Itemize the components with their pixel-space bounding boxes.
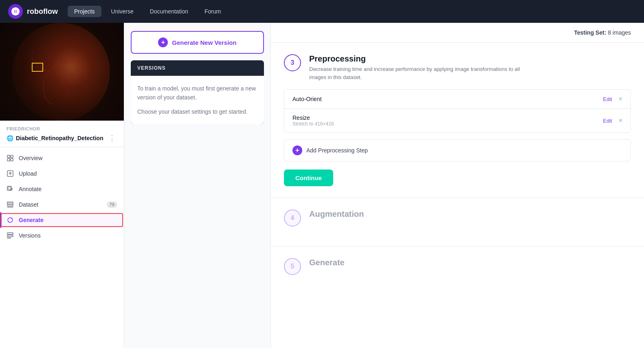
add-preprocessing-step-btn[interactable]: + Add Preprocessing Step (284, 139, 631, 161)
step-5-number: 5 (291, 263, 295, 270)
sidebar-item-dataset[interactable]: Dataset 79 (0, 197, 124, 212)
testing-set-value: 8 images (608, 29, 631, 36)
annotate-icon (7, 185, 14, 193)
roboflow-logo (8, 4, 23, 19)
project-thumbnail (0, 23, 124, 121)
project-info: FRIEDRICHOR 🌐 Diabetic_Retinopathy_Detec… (0, 121, 124, 147)
svg-rect-7 (8, 187, 11, 189)
resize-edit-btn[interactable]: Edit (603, 118, 612, 124)
section-preprocessing: 3 Preprocessing Decrease training time a… (271, 43, 644, 198)
more-menu-btn[interactable]: ⋮ (107, 133, 117, 143)
top-nav: roboflow Projects Universe Documentation… (0, 0, 644, 23)
resize-remove-btn[interactable]: × (619, 117, 622, 124)
globe-icon: 🌐 (7, 135, 13, 141)
versions-body: To train a model, you must first generat… (131, 76, 264, 124)
upload-icon (7, 170, 14, 177)
generate-step-title: Generate (309, 258, 345, 267)
nav-documentation[interactable]: Documentation (143, 6, 195, 17)
resize-name: Resize (292, 115, 603, 121)
step-3-circle: 3 (284, 54, 301, 71)
auto-orient-remove-btn[interactable]: × (619, 95, 622, 103)
svg-rect-13 (7, 235, 13, 237)
resize-sub: Stretch to 416×416 (292, 121, 603, 127)
sidebar-item-upload[interactable]: Upload (0, 166, 124, 181)
preprocessing-title: Preprocessing (309, 54, 537, 64)
section-generate: 5 Generate (271, 247, 644, 295)
logo-area: roboflow (8, 4, 58, 19)
annotate-label: Annotate (19, 186, 42, 192)
dataset-badge: 79 (107, 201, 117, 208)
svg-rect-3 (7, 159, 10, 161)
sidebar: FRIEDRICHOR 🌐 Diabetic_Retinopathy_Detec… (0, 23, 124, 348)
step-4-circle: 4 (284, 209, 301, 227)
preproc-auto-orient: Auto-Orient Edit × (284, 90, 631, 108)
nav-universe[interactable]: Universe (105, 6, 140, 17)
upload-label: Upload (19, 170, 37, 177)
svg-rect-14 (7, 238, 11, 238)
versions-label: Versions (19, 232, 41, 239)
nav-projects[interactable]: Projects (68, 6, 101, 17)
generate-btn-label: Generate New Version (172, 39, 236, 46)
dataset-icon (7, 201, 14, 208)
step-4-number: 4 (291, 214, 295, 222)
svg-rect-2 (11, 155, 13, 158)
versions-header: VERSIONS (131, 60, 264, 76)
versions-icon (7, 232, 14, 239)
versions-body-line1: To train a model, you must first generat… (137, 84, 257, 102)
augmentation-title: Augmentation (309, 209, 364, 219)
versions-card: VERSIONS To train a model, you must firs… (131, 60, 264, 124)
svg-rect-9 (7, 202, 13, 203)
plus-icon: + (158, 37, 168, 47)
generate-label: Generate (19, 217, 44, 223)
auto-orient-edit-btn[interactable]: Edit (603, 96, 612, 102)
add-step-plus-icon: + (292, 145, 302, 155)
preproc-resize: Resize Stretch to 416×416 Edit × (284, 108, 631, 132)
versions-body-line2: Choose your dataset settings to get star… (137, 107, 257, 116)
right-panel: Testing Set: 8 images 3 Preprocessing De… (271, 23, 644, 348)
testing-set-bar: Testing Set: 8 images (271, 23, 644, 43)
svg-rect-4 (11, 159, 13, 161)
svg-rect-12 (7, 233, 13, 234)
svg-rect-1 (7, 155, 10, 158)
annotation-box (32, 63, 43, 72)
testing-set-label: Testing Set: (574, 29, 606, 36)
svg-rect-11 (7, 207, 13, 207)
auto-orient-name: Auto-Orient (292, 96, 603, 102)
section-augmentation: 4 Augmentation (271, 198, 644, 247)
nav-forum[interactable]: Forum (198, 6, 227, 17)
middle-panel: + Generate New Version VERSIONS To train… (124, 23, 271, 348)
step-3-number: 3 (291, 59, 295, 66)
preprocessing-items: Auto-Orient Edit × Resize Stretch to 416… (284, 89, 631, 133)
logo-text: roboflow (27, 7, 58, 16)
sidebar-item-annotate[interactable]: Annotate (0, 181, 124, 197)
sidebar-item-versions[interactable]: Versions (0, 228, 124, 243)
step-5-circle: 5 (284, 258, 301, 275)
preprocessing-desc: Decrease training time and increase perf… (309, 65, 537, 81)
svg-rect-10 (7, 205, 13, 206)
project-name: Diabetic_Retinopathy_Detection (16, 134, 103, 142)
sidebar-item-generate[interactable]: Generate (0, 212, 124, 228)
add-step-label: Add Preprocessing Step (306, 147, 368, 154)
overview-label: Overview (19, 155, 42, 161)
generate-icon (7, 216, 14, 224)
dataset-label: Dataset (19, 201, 38, 208)
generate-new-version-btn[interactable]: + Generate New Version (131, 31, 264, 54)
project-owner: FRIEDRICHOR (7, 126, 117, 131)
overview-icon (7, 154, 14, 162)
sidebar-navigation: Overview Upload (0, 147, 124, 247)
continue-btn[interactable]: Continue (284, 170, 333, 186)
svg-rect-8 (7, 203, 13, 205)
sidebar-item-overview[interactable]: Overview (0, 150, 124, 166)
